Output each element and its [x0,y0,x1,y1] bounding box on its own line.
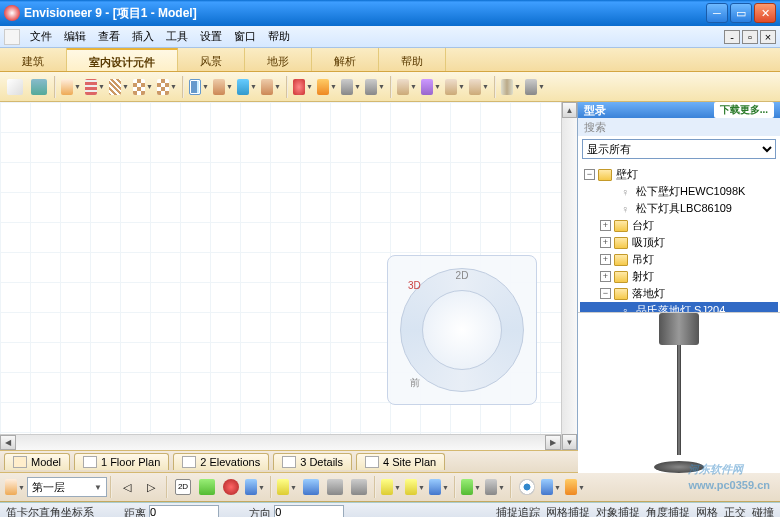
cabinet-tool[interactable]: ▼ [316,76,338,98]
tree-node-desklamp[interactable]: +台灯 [580,217,778,234]
catalog-tree[interactable]: −壁灯 ♀松下壁灯HEWC1098K ♀松下灯具LBC86109 +台灯 +吸顶… [578,162,780,312]
canvas-vertical-scrollbar[interactable]: ▲ ▼ [561,102,577,450]
snap-gridshow[interactable]: 网格 [696,505,718,517]
tree-node-spotlight[interactable]: +射灯 [580,268,778,285]
wood-tool[interactable]: ▼ [444,76,466,98]
wireframe-button[interactable] [324,476,346,498]
fixture-tool[interactable]: ▼ [292,76,314,98]
tree-node-pendant[interactable]: +吊灯 [580,251,778,268]
coord-system-label[interactable]: 笛卡尔直角坐标系 [6,505,94,517]
view-2d-button[interactable]: 2D [172,476,194,498]
panel-tool[interactable]: ▼ [468,76,490,98]
navigation-dial[interactable]: 2D 3D 前 [387,255,537,405]
counter-tool[interactable]: ▼ [364,76,386,98]
catalog-search-label: 搜索 [578,118,780,136]
dimension-button[interactable]: ▼ [484,476,506,498]
tree-item-selected[interactable]: ♀品氏落地灯 SJ204 [580,302,778,312]
tab-analysis[interactable]: 解析 [312,48,379,71]
distance-input[interactable] [149,505,219,517]
menu-insert[interactable]: 插入 [126,29,160,44]
menu-edit[interactable]: 编辑 [58,29,92,44]
main-toolbar: ▼ ▼ ▼ ▼ ▼ ▼ ▼ ▼ ▼ ▼ ▼ ▼ ▼ ▼ ▼ ▼ ▼ ▼ ▼ [0,72,780,102]
walk-button[interactable]: ▼ [564,476,586,498]
camera-button[interactable]: ▼ [540,476,562,498]
tree-item[interactable]: ♀松下灯具LBC86109 [580,200,778,217]
layer-button[interactable]: ▼ [276,476,298,498]
menu-bar: 文件 编辑 查看 插入 工具 设置 窗口 帮助 - ▫ × [0,26,780,48]
canvas-horizontal-scrollbar[interactable]: ◀ ▶ [0,434,561,450]
direction-input[interactable] [274,505,344,517]
next-view-button[interactable]: ▷ [140,476,162,498]
appliance-tool[interactable]: ▼ [340,76,362,98]
brick-wall-tool[interactable]: ▼ [84,76,106,98]
tab-help[interactable]: 帮助 [379,48,446,71]
zoom-button[interactable]: ▼ [244,476,266,498]
viewtab-elevations[interactable]: 2 Elevations [173,453,269,470]
snap-collision[interactable]: 碰撞 [752,505,774,517]
tab-terrain[interactable]: 地形 [245,48,312,71]
nav-2d-label[interactable]: 2D [456,270,469,281]
shutter-tool[interactable]: ▼ [260,76,282,98]
tab-interior[interactable]: 室内设计元件 [67,48,178,71]
tree-node-floorlamp[interactable]: −落地灯 [580,285,778,302]
shade-button[interactable] [300,476,322,498]
view-2d-solid-button[interactable] [196,476,218,498]
nav-3d-icon[interactable]: 3D [408,280,421,291]
menu-tools[interactable]: 工具 [160,29,194,44]
measure-button[interactable]: ▼ [460,476,482,498]
door-tool[interactable]: ▼ [212,76,234,98]
snap-object[interactable]: 对象捕捉 [596,505,640,517]
mdi-restore-button[interactable]: ▫ [742,30,758,44]
view-toolbar: ▼ 第一层▼ ◁ ▷ 2D ▼ ▼ ▼ ▼ ▼ ▼ ▼ ▼ ▼ [0,472,780,502]
model-canvas[interactable]: 2D 3D 前 ▲ ▼ ◀ ▶ [0,102,577,450]
catalog-preview [578,312,780,473]
grid-tool[interactable]: ▼ [156,76,178,98]
mdi-minimize-button[interactable]: - [724,30,740,44]
house-tool[interactable]: ▼ [60,76,82,98]
close-button[interactable]: ✕ [754,3,776,23]
minimize-button[interactable]: ─ [706,3,728,23]
menu-file[interactable]: 文件 [24,29,58,44]
opening-tool[interactable]: ▼ [236,76,258,98]
snap-tracking[interactable]: 捕捉追踪 [496,505,540,517]
tree-node-walllamp[interactable]: −壁灯 [580,166,778,183]
viewtab-siteplan[interactable]: 4 Site Plan [356,453,445,470]
furniture-tool[interactable]: ▼ [396,76,418,98]
beam-tool[interactable]: ▼ [524,76,546,98]
column-tool[interactable]: ▼ [500,76,522,98]
viewtab-details[interactable]: 3 Details [273,453,352,470]
light-button[interactable]: ▼ [380,476,402,498]
floor-combo[interactable]: 第一层▼ [27,477,107,497]
tab-landscape[interactable]: 风景 [178,48,245,71]
prev-view-button[interactable]: ◁ [116,476,138,498]
snap-grid[interactable]: 网格捕捉 [546,505,590,517]
window-tool[interactable]: ▼ [188,76,210,98]
view-3d-button[interactable] [220,476,242,498]
sun-button[interactable]: ▼ [404,476,426,498]
hatch-tool[interactable]: ▼ [108,76,130,98]
tree-item[interactable]: ♀松下壁灯HEWC1098K [580,183,778,200]
catalog-filter-select[interactable]: 显示所有 [582,139,776,159]
menu-help[interactable]: 帮助 [262,29,296,44]
mdi-close-button[interactable]: × [760,30,776,44]
viewtab-floorplan[interactable]: 1 Floor Plan [74,453,169,470]
eye-view-button[interactable] [516,476,538,498]
snap-angle[interactable]: 角度捕捉 [646,505,690,517]
select-tool[interactable] [4,76,26,98]
snap-ortho[interactable]: 正交 [724,505,746,517]
tile-tool[interactable]: ▼ [132,76,154,98]
download-more-button[interactable]: 下载更多... [714,102,774,118]
viewtab-model[interactable]: Model [4,453,70,470]
decor-tool[interactable]: ▼ [420,76,442,98]
hidden-line-button[interactable] [348,476,370,498]
menu-view[interactable]: 查看 [92,29,126,44]
tree-node-ceilinglamp[interactable]: +吸顶灯 [580,234,778,251]
home-view-button[interactable]: ▼ [4,476,26,498]
document-icon [4,29,20,45]
menu-window[interactable]: 窗口 [228,29,262,44]
menu-settings[interactable]: 设置 [194,29,228,44]
paint-tool[interactable] [28,76,50,98]
shadow-button[interactable]: ▼ [428,476,450,498]
maximize-button[interactable]: ▭ [730,3,752,23]
tab-building[interactable]: 建筑 [0,48,67,71]
